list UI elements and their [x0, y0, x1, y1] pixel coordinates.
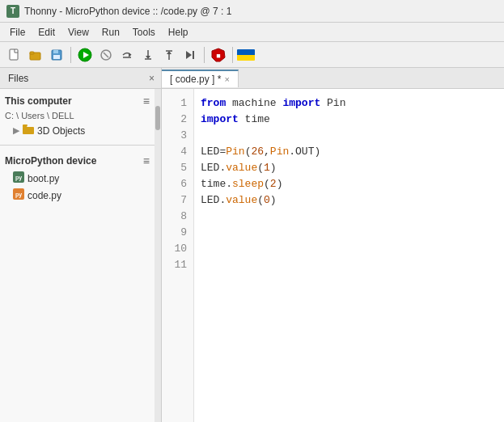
- run-button[interactable]: [75, 45, 95, 65]
- svg-text:py: py: [15, 175, 22, 181]
- line-num-10: 10: [162, 241, 193, 257]
- menu-bar: File Edit View Run Tools Help: [0, 23, 504, 42]
- files-panel-close[interactable]: ×: [146, 73, 158, 84]
- open-file-button[interactable]: [26, 45, 45, 65]
- files-scrollbar-thumb[interactable]: [155, 106, 160, 130]
- device-section-menu[interactable]: ≡: [143, 154, 150, 167]
- folder-icon-3d: [23, 124, 34, 137]
- token-paren-6: (: [257, 192, 264, 209]
- boot-py-icon: py: [13, 171, 24, 185]
- svg-rect-23: [23, 127, 27, 129]
- code-line-5: LED. value ( 1 ): [201, 160, 498, 176]
- code-line-6: time. sleep ( 2 ): [201, 176, 498, 192]
- token-led-2: LED.: [201, 160, 226, 176]
- stop-button[interactable]: ■: [209, 45, 228, 65]
- menu-edit[interactable]: Edit: [32, 25, 61, 40]
- token-led-1: LED=: [201, 144, 226, 160]
- save-file-button[interactable]: [47, 45, 66, 65]
- device-section: MicroPython device ≡ py boot.py: [0, 149, 155, 207]
- main-content: Files × This computer ≡ C: \ Users \ DEL…: [0, 68, 504, 422]
- line-num-3: 3: [162, 128, 193, 144]
- code-line-1: from machine import Pin: [201, 95, 498, 112]
- boot-py-label: boot.py: [28, 173, 59, 184]
- token-dot-out: .OUT): [289, 144, 320, 160]
- code-content[interactable]: from machine import Pin import time LED=…: [194, 89, 504, 422]
- token-led-3: LED.: [201, 192, 226, 209]
- menu-help[interactable]: Help: [162, 25, 195, 40]
- token-pin: Pin: [320, 95, 345, 112]
- line-numbers: 1 2 3 4 5 6 7 8 9 10 11: [162, 89, 194, 422]
- code-line-7: LED. value ( 0 ): [201, 192, 498, 209]
- editor-tab-code-py[interactable]: [ code.py ] * ×: [162, 70, 239, 87]
- editor-tab-close[interactable]: ×: [224, 74, 229, 84]
- line-num-11: 11: [162, 257, 193, 273]
- code-line-11: [201, 257, 498, 273]
- editor-tab-bar: [ code.py ] * ×: [162, 68, 504, 89]
- code-line-2: import time: [201, 112, 498, 128]
- file-code-py[interactable]: py code.py: [0, 187, 155, 204]
- svg-text:■: ■: [216, 52, 220, 60]
- computer-section-header: This computer ≡: [0, 92, 155, 110]
- code-editor[interactable]: 1 2 3 4 5 6 7 8 9 10 11 from machine imp…: [162, 89, 504, 422]
- code-line-3: [201, 128, 498, 144]
- expand-icon: ▶: [13, 125, 19, 136]
- code-line-9: [201, 225, 498, 241]
- section-divider: [0, 145, 155, 146]
- computer-path: C: \ Users \ DELL: [0, 110, 155, 123]
- token-import-2: import: [201, 112, 239, 128]
- new-file-button[interactable]: [5, 45, 24, 65]
- token-paren-2: (: [257, 160, 264, 176]
- line-num-4: 4: [162, 144, 193, 160]
- window-title: Thonny - MicroPython device :: /code.py …: [24, 6, 231, 17]
- folder-3d-objects[interactable]: ▶ 3D Objects: [0, 123, 155, 138]
- toolbar-sep-1: [70, 47, 71, 63]
- menu-file[interactable]: File: [3, 25, 32, 40]
- svg-line-9: [104, 53, 108, 57]
- menu-tools[interactable]: Tools: [126, 25, 162, 40]
- svg-rect-2: [30, 52, 34, 54]
- files-scrollbar[interactable]: [155, 89, 161, 422]
- token-1: 1: [264, 160, 270, 176]
- code-line-4: LED= Pin ( 26 , Pin .OUT): [201, 144, 498, 160]
- token-pin-2: Pin: [270, 144, 289, 160]
- token-2: 2: [270, 176, 277, 192]
- debug-button[interactable]: [96, 45, 116, 65]
- menu-view[interactable]: View: [61, 25, 95, 40]
- computer-section: This computer ≡ C: \ Users \ DELL ▶: [0, 89, 155, 141]
- toolbar-sep-2: [204, 47, 205, 63]
- ukraine-flag: [237, 49, 255, 61]
- code-py-label: code.py: [28, 190, 61, 201]
- device-section-title: MicroPython device: [5, 155, 96, 167]
- token-pin-func: Pin: [226, 144, 244, 160]
- toolbar-sep-3: [232, 47, 233, 63]
- menu-run[interactable]: Run: [95, 25, 126, 40]
- token-time: time: [239, 112, 270, 128]
- step-over-button[interactable]: [117, 45, 137, 65]
- files-content: This computer ≡ C: \ Users \ DELL ▶: [0, 89, 155, 422]
- token-import-1: import: [282, 95, 320, 112]
- title-bar: T Thonny - MicroPython device :: /code.p…: [0, 0, 504, 23]
- line-num-8: 8: [162, 209, 193, 225]
- svg-rect-0: [10, 49, 18, 60]
- editor-area: [ code.py ] * × 1 2 3 4 5 6 7 8 9 10 11: [162, 68, 504, 422]
- resume-button[interactable]: [180, 45, 200, 65]
- file-boot-py[interactable]: py boot.py: [0, 170, 155, 187]
- token-paren-7: ): [270, 192, 277, 209]
- code-line-8: [201, 209, 498, 225]
- step-out-button[interactable]: [159, 45, 179, 65]
- line-num-9: 9: [162, 225, 193, 241]
- token-machine: machine: [226, 95, 282, 112]
- token-26: 26: [251, 144, 264, 160]
- line-num-1: 1: [162, 95, 193, 112]
- files-tab[interactable]: Files: [3, 71, 33, 86]
- computer-section-menu[interactable]: ≡: [143, 95, 150, 108]
- code-py-icon: py: [13, 188, 24, 202]
- token-paren-1: (: [245, 144, 252, 160]
- svg-rect-4: [53, 50, 58, 53]
- line-num-6: 6: [162, 176, 193, 192]
- folder-3d-label: 3D Objects: [37, 125, 85, 137]
- files-panel: Files × This computer ≡ C: \ Users \ DEL…: [0, 68, 162, 422]
- svg-rect-5: [53, 55, 60, 59]
- svg-marker-18: [186, 51, 192, 59]
- step-into-button[interactable]: [138, 45, 158, 65]
